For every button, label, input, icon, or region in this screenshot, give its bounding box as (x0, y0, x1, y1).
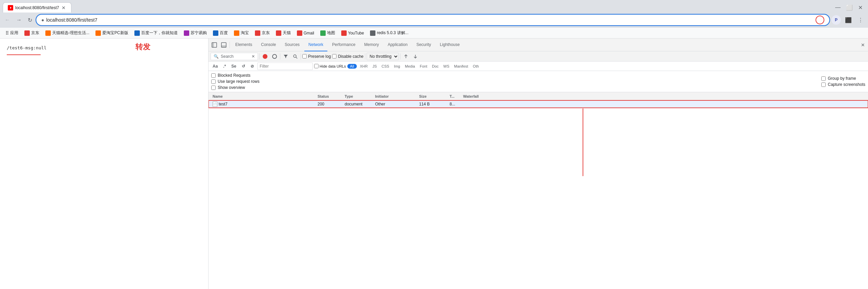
group-by-frame-checkbox[interactable] (821, 76, 826, 81)
profile-button[interactable]: P (831, 15, 841, 25)
th-initiator[interactable]: Initiator (373, 94, 417, 98)
table-row[interactable]: 📄 test7 200 document Other 114 B 8... (209, 100, 868, 108)
bookmark-baidu[interactable]: 百度一下，你就知道 (132, 29, 180, 37)
large-rows-option[interactable]: Use large request rows (211, 79, 819, 84)
maximize-button[interactable]: ⬜ (843, 3, 855, 12)
url-text: localhost:8080/first/test7 (46, 17, 812, 23)
type-filter-oth[interactable]: Oth (471, 64, 481, 69)
capture-screenshots-option[interactable]: Capture screenshots (821, 82, 865, 87)
preserve-log-label[interactable]: Preserve log (302, 54, 331, 59)
type-filter-manifest[interactable]: Manifest (452, 64, 470, 69)
forward-button[interactable]: → (14, 15, 24, 25)
throttle-select[interactable]: No throttling (367, 53, 399, 60)
se-button[interactable]: Se (229, 63, 238, 69)
search-close-icon[interactable]: ✕ (252, 54, 255, 59)
th-size[interactable]: Size (417, 94, 448, 98)
filter-input[interactable] (257, 63, 313, 70)
tab-elements[interactable]: Elements (231, 39, 256, 51)
minimize-button[interactable]: — (832, 3, 843, 12)
search-network-button[interactable] (291, 53, 299, 60)
tab-performance[interactable]: Performance (328, 39, 360, 51)
svg-rect-3 (212, 43, 214, 47)
lock-icon: ● (41, 17, 44, 23)
group-by-frame-option[interactable]: Group by frame (821, 76, 865, 81)
download-icon-button[interactable] (411, 53, 419, 60)
bookmark-suning[interactable]: 苏宁易购 (181, 29, 210, 37)
type-filter-font[interactable]: Font (418, 64, 429, 69)
type-filter-media[interactable]: Media (403, 64, 417, 69)
type-filter-all[interactable]: All (347, 64, 357, 69)
undock-icon[interactable] (219, 41, 228, 49)
extensions-button[interactable]: ⬛ (843, 15, 854, 25)
preserve-log-checkbox[interactable] (302, 54, 307, 58)
bookmark-jd2[interactable]: 京东 (252, 29, 273, 37)
record-button[interactable] (261, 53, 269, 60)
th-status[interactable]: Status (316, 94, 343, 98)
bookmark-redis[interactable]: redis 5.0.3 讲解... (367, 29, 411, 37)
bookmark-youtube[interactable]: YouTube (339, 29, 367, 37)
divider5 (400, 53, 400, 59)
tab-network[interactable]: Network (304, 39, 327, 51)
dock-icon[interactable] (210, 41, 219, 49)
type-filter-css[interactable]: CSS (380, 64, 391, 69)
tab-sources[interactable]: Sources (281, 39, 304, 51)
th-waterfall[interactable]: Waterfall (461, 94, 866, 98)
stop-button[interactable] (270, 53, 279, 60)
upload-icon-button[interactable] (402, 53, 410, 60)
bookmark-taobao[interactable]: 淘宝 (231, 29, 252, 37)
tab-application[interactable]: Application (384, 39, 412, 51)
back-button[interactable]: ← (3, 15, 12, 25)
tab-memory[interactable]: Memory (360, 39, 383, 51)
aa-button[interactable]: Aa (211, 63, 220, 69)
disable-cache-label[interactable]: Disable cache (332, 54, 363, 59)
large-rows-text: Use large request rows (218, 79, 259, 84)
red-underline (7, 54, 41, 55)
bookmark-maps[interactable]: 地图 (318, 29, 338, 37)
tab-security[interactable]: Security (412, 39, 435, 51)
bookmark-label: 地图 (327, 30, 335, 36)
url-bar[interactable]: ● localhost:8080/first/test7 (36, 15, 829, 25)
show-overview-checkbox[interactable] (211, 86, 216, 90)
th-name[interactable]: Name (211, 94, 316, 98)
type-filter-js[interactable]: JS (371, 64, 378, 69)
search-box[interactable]: 🔍 Search ✕ (211, 53, 258, 60)
active-tab[interactable]: localhost:8080/first/test7 ✕ (3, 2, 71, 13)
disable-cache-text: Disable cache (338, 54, 363, 59)
refresh-button[interactable]: ↺ (240, 63, 247, 69)
tab-close-button[interactable]: ✕ (61, 4, 66, 11)
blocked-requests-checkbox[interactable] (211, 73, 216, 78)
bookmark-tianmao2[interactable]: 天猫 (273, 29, 294, 37)
bookmark-icon (320, 30, 326, 36)
show-overview-option[interactable]: Show overview (211, 85, 819, 90)
type-filter-ws[interactable]: WS (442, 64, 451, 69)
bookmark-tianmao[interactable]: 天猫精选-理想生活... (43, 29, 92, 37)
block-button[interactable]: ⊘ (248, 63, 256, 69)
dot-star-button[interactable]: .* (221, 63, 228, 69)
type-filter-doc[interactable]: Doc (430, 64, 440, 69)
filter-icon-button[interactable] (282, 53, 290, 60)
bookmark-jd1[interactable]: 京东 (22, 29, 42, 37)
bookmark-apps[interactable]: ⠿ 应用 (3, 29, 21, 37)
tab-lighthouse[interactable]: Lighthouse (436, 39, 464, 51)
menu-button[interactable]: ⋮ (856, 15, 865, 25)
search-icon: 🔍 (214, 54, 219, 59)
close-devtools-icon[interactable]: ✕ (859, 41, 867, 49)
bookmark-icon (184, 30, 189, 36)
th-time[interactable]: T... (448, 94, 461, 98)
bookmark-gmail[interactable]: Gmail (294, 29, 317, 37)
large-rows-checkbox[interactable] (211, 79, 216, 84)
hide-data-urls-label[interactable]: Hide data URLs (314, 64, 346, 68)
capture-screenshots-checkbox[interactable] (821, 82, 826, 87)
close-button[interactable]: ✕ (855, 3, 865, 12)
th-type[interactable]: Type (343, 94, 373, 98)
hide-data-urls-checkbox[interactable] (314, 64, 319, 68)
bookmark-icon (341, 30, 347, 36)
type-filter-xhr[interactable]: XHR (358, 64, 369, 69)
type-filter-img[interactable]: Img (392, 64, 402, 69)
disable-cache-checkbox[interactable] (332, 54, 337, 58)
bookmark-aitaobao[interactable]: 爱淘宝PC新版 (93, 29, 131, 37)
reload-button[interactable]: ↻ (26, 15, 34, 25)
bookmark-baidu2[interactable]: 百度 (210, 29, 231, 37)
blocked-requests-option[interactable]: Blocked Requests (211, 73, 819, 78)
tab-console[interactable]: Console (257, 39, 280, 51)
